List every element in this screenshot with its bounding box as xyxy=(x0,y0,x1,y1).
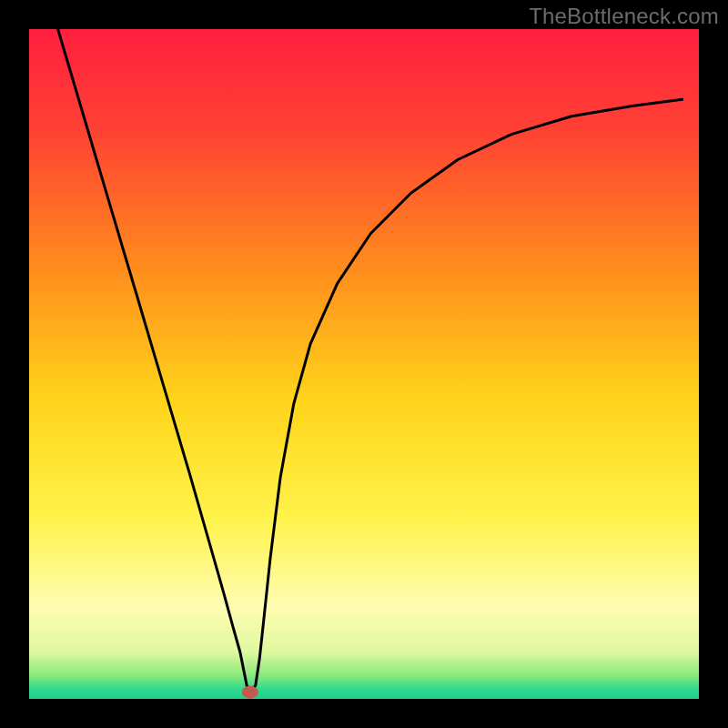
watermark-text: TheBottleneck.com xyxy=(529,4,719,29)
optimal-point-marker xyxy=(242,686,258,699)
bottleneck-chart xyxy=(0,0,728,728)
plot-background xyxy=(29,29,699,699)
chart-frame: TheBottleneck.com xyxy=(0,0,728,728)
